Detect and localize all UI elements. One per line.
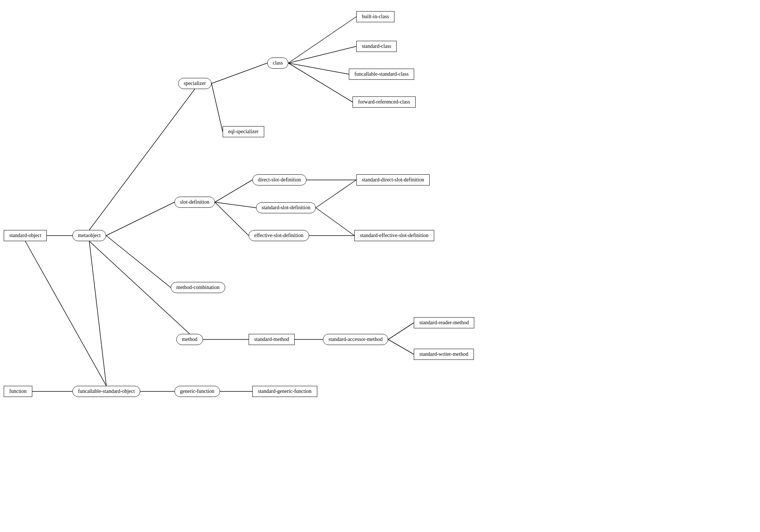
node-funcallable-standard-class: funcallable-standard-class — [349, 69, 414, 80]
node-slot-definition: slot-definition — [174, 197, 215, 208]
diagram-container: standard-objectmetaobjectspecializerclas… — [0, 0, 760, 532]
node-standard-accessor-method: standard-accessor-method — [323, 334, 388, 345]
svg-line-7 — [212, 83, 223, 132]
node-standard-slot-definition: standard-slot-definition — [256, 202, 316, 213]
svg-line-22 — [89, 241, 107, 386]
svg-line-21 — [388, 339, 414, 354]
node-standard-class: standard-class — [356, 41, 397, 52]
svg-line-6 — [288, 63, 353, 102]
node-method: method — [176, 334, 203, 345]
svg-line-8 — [106, 202, 174, 236]
svg-line-4 — [288, 46, 356, 63]
node-metaobject: metaobject — [72, 230, 106, 241]
svg-line-20 — [388, 323, 414, 339]
svg-line-3 — [288, 17, 356, 63]
node-direct-slot-definition: direct-slot-definition — [252, 174, 307, 185]
svg-line-10 — [215, 202, 256, 208]
svg-line-14 — [316, 208, 354, 236]
node-forward-referenced-class: forward-referenced-class — [353, 96, 416, 108]
node-function: function — [4, 386, 32, 397]
node-built-in-class: built-in-class — [356, 11, 394, 22]
node-effective-slot-definition: effective-slot-definition — [249, 230, 309, 241]
node-standard-method: standard-method — [249, 334, 295, 345]
node-eql-specializer: eql-specializer — [223, 126, 264, 137]
svg-line-25 — [25, 241, 107, 386]
node-standard-writer-method: standard-writer-method — [414, 349, 474, 360]
connections-svg — [0, 0, 760, 532]
node-method-combination: method-combination — [171, 282, 225, 293]
node-funcallable-standard-object: funcallable-standard-object — [72, 386, 140, 397]
svg-line-5 — [288, 63, 349, 74]
svg-line-2 — [212, 63, 267, 83]
svg-line-11 — [215, 202, 249, 236]
node-class: class — [267, 58, 288, 69]
svg-line-16 — [106, 236, 171, 288]
svg-line-1 — [89, 89, 195, 230]
svg-line-13 — [316, 180, 356, 208]
svg-line-9 — [215, 180, 252, 202]
node-specializer: specializer — [178, 78, 212, 89]
node-standard-object: standard-object — [4, 230, 47, 241]
node-standard-direct-slot-definition: standard-direct-slot-definition — [356, 174, 430, 185]
node-standard-generic-function: standard-generic-function — [252, 386, 317, 397]
node-standard-reader-method: standard-reader-method — [414, 317, 474, 328]
node-generic-function: generic-function — [174, 386, 220, 397]
node-standard-effective-slot-definition: standard-effective-slot-definition — [354, 230, 434, 241]
